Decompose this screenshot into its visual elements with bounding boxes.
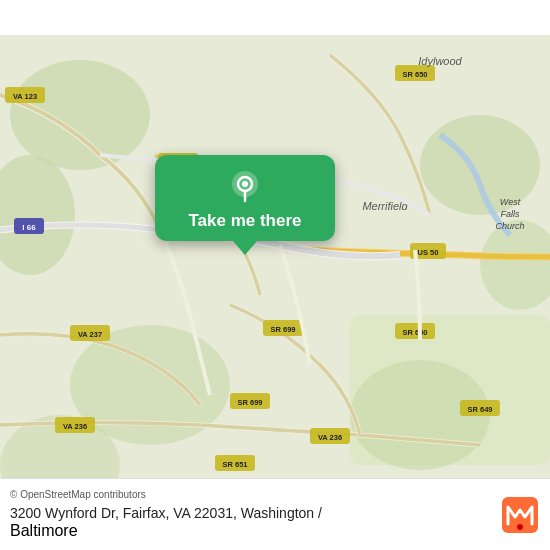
address-line1: 3200 Wynford Dr, Fairfax, VA 22031, Wash… xyxy=(10,504,322,522)
svg-text:Falls: Falls xyxy=(500,209,520,219)
svg-text:I 66: I 66 xyxy=(22,223,36,232)
svg-text:SR 699: SR 699 xyxy=(270,325,295,334)
svg-text:VA 236: VA 236 xyxy=(318,433,342,442)
address-text-line2: Baltimore xyxy=(10,522,78,539)
svg-point-1 xyxy=(10,60,150,170)
moovit-logo-icon xyxy=(502,497,538,533)
svg-point-44 xyxy=(517,524,523,530)
svg-text:VA 237: VA 237 xyxy=(78,330,102,339)
svg-text:Church: Church xyxy=(495,221,524,231)
location-pin-icon xyxy=(227,169,263,205)
svg-point-3 xyxy=(420,115,540,215)
map-svg: I 66 VA 123 VA 243 SR 650 US 50 VA 237 V… xyxy=(0,0,550,550)
bottom-bar-left: © OpenStreetMap contributors 3200 Wynfor… xyxy=(10,489,322,540)
address-text: 3200 Wynford Dr, Fairfax, VA 22031, Wash… xyxy=(10,505,322,521)
svg-text:SR 649: SR 649 xyxy=(467,405,492,414)
address-line2: Baltimore xyxy=(10,522,322,540)
map-container: I 66 VA 123 VA 243 SR 650 US 50 VA 237 V… xyxy=(0,0,550,550)
svg-text:SR 651: SR 651 xyxy=(222,460,247,469)
bottom-bar: © OpenStreetMap contributors 3200 Wynfor… xyxy=(0,478,550,550)
svg-text:SR 650: SR 650 xyxy=(402,70,427,79)
svg-text:SR 650: SR 650 xyxy=(402,328,427,337)
take-me-there-button[interactable]: Take me there xyxy=(155,155,335,241)
svg-text:US 50: US 50 xyxy=(418,248,439,257)
osm-credit: © OpenStreetMap contributors xyxy=(10,489,322,500)
svg-point-42 xyxy=(242,181,248,187)
take-me-there-label: Take me there xyxy=(188,211,301,231)
svg-text:VA 123: VA 123 xyxy=(13,92,37,101)
svg-text:SR 699: SR 699 xyxy=(237,398,262,407)
svg-text:VA 236: VA 236 xyxy=(63,422,87,431)
osm-credit-text: © OpenStreetMap contributors xyxy=(10,489,146,500)
svg-text:Idylwood: Idylwood xyxy=(418,55,462,67)
moovit-logo xyxy=(502,497,538,533)
svg-text:West: West xyxy=(500,197,521,207)
